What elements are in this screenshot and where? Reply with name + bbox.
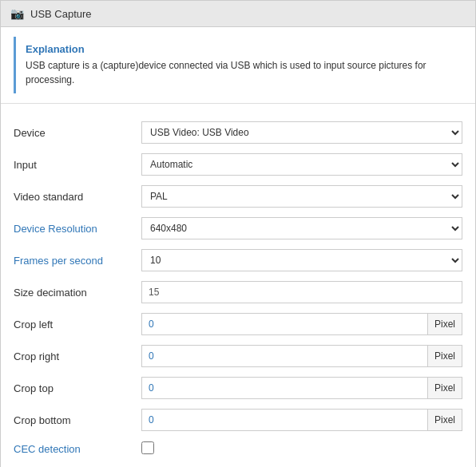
crop-right-suffix: Pixel xyxy=(427,345,462,367)
video-standard-label: Video standard xyxy=(14,191,141,203)
crop-bottom-label: Crop bottom xyxy=(14,414,141,426)
input-select[interactable]: Automatic xyxy=(141,153,462,176)
crop-right-input-group: Pixel xyxy=(141,345,462,367)
crop-bottom-suffix: Pixel xyxy=(427,409,462,431)
crop-top-suffix: Pixel xyxy=(427,377,462,399)
crop-top-control: Pixel xyxy=(141,377,462,399)
device-resolution-control: 640x480 xyxy=(141,217,462,239)
camera-icon: 📷 xyxy=(10,7,24,20)
crop-left-input[interactable] xyxy=(141,313,427,335)
frames-per-second-select[interactable]: 10 xyxy=(141,249,462,271)
explanation-text: USB capture is a (capture)device connect… xyxy=(26,58,453,87)
device-resolution-label: Device Resolution xyxy=(14,223,141,235)
crop-right-row: Crop right Pixel xyxy=(14,340,462,372)
cec-detection-row: CEC detection xyxy=(14,436,462,461)
crop-left-row: Crop left Pixel xyxy=(14,308,462,340)
video-standard-select[interactable]: PAL xyxy=(141,185,462,208)
device-select[interactable]: USB Video: USB Video xyxy=(141,121,462,144)
device-control: USB Video: USB Video xyxy=(141,121,462,144)
crop-left-control: Pixel xyxy=(141,313,462,335)
title-bar: 📷 USB Capture xyxy=(1,1,475,27)
crop-left-suffix: Pixel xyxy=(427,313,462,335)
video-standard-row: Video standard PAL xyxy=(14,180,462,212)
crop-top-input[interactable] xyxy=(141,377,427,399)
crop-bottom-input[interactable] xyxy=(141,409,427,431)
crop-bottom-row: Crop bottom Pixel xyxy=(14,404,462,436)
frames-per-second-control: 10 xyxy=(141,249,462,271)
input-label: Input xyxy=(14,159,141,171)
crop-left-input-group: Pixel xyxy=(141,313,462,335)
device-label: Device xyxy=(14,127,141,139)
device-row: Device USB Video: USB Video xyxy=(14,117,462,148)
explanation-title: Explanation xyxy=(26,43,453,55)
cec-detection-control xyxy=(141,441,462,457)
crop-top-input-group: Pixel xyxy=(141,377,462,399)
frames-per-second-row: Frames per second 10 xyxy=(14,244,462,276)
device-resolution-select[interactable]: 640x480 xyxy=(141,217,462,239)
usb-capture-window: 📷 USB Capture Explanation USB capture is… xyxy=(0,0,476,467)
signal-detection-row: Signal detection xyxy=(14,461,462,467)
device-resolution-row: Device Resolution 640x480 xyxy=(14,212,462,244)
crop-top-row: Crop top Pixel xyxy=(14,372,462,404)
crop-left-label: Crop left xyxy=(14,319,141,330)
size-decimation-input[interactable] xyxy=(141,281,462,303)
divider xyxy=(1,103,475,104)
crop-right-input[interactable] xyxy=(141,345,427,367)
crop-top-label: Crop top xyxy=(14,382,141,394)
video-standard-control: PAL xyxy=(141,185,462,208)
crop-right-control: Pixel xyxy=(141,345,462,367)
crop-bottom-control: Pixel xyxy=(141,409,462,431)
frames-per-second-label: Frames per second xyxy=(14,255,141,267)
crop-right-label: Crop right xyxy=(14,350,141,362)
explanation-box: Explanation USB capture is a (capture)de… xyxy=(14,37,462,93)
form-area: Device USB Video: USB Video Input Automa… xyxy=(1,110,475,467)
size-decimation-row: Size decimation xyxy=(14,276,462,308)
input-row: Input Automatic xyxy=(14,148,462,180)
window-title: USB Capture xyxy=(30,8,92,20)
cec-detection-checkbox[interactable] xyxy=(141,441,154,454)
crop-bottom-input-group: Pixel xyxy=(141,409,462,431)
size-decimation-control xyxy=(141,281,462,303)
size-decimation-label: Size decimation xyxy=(14,287,141,299)
input-control: Automatic xyxy=(141,153,462,176)
cec-detection-label: CEC detection xyxy=(14,443,141,455)
